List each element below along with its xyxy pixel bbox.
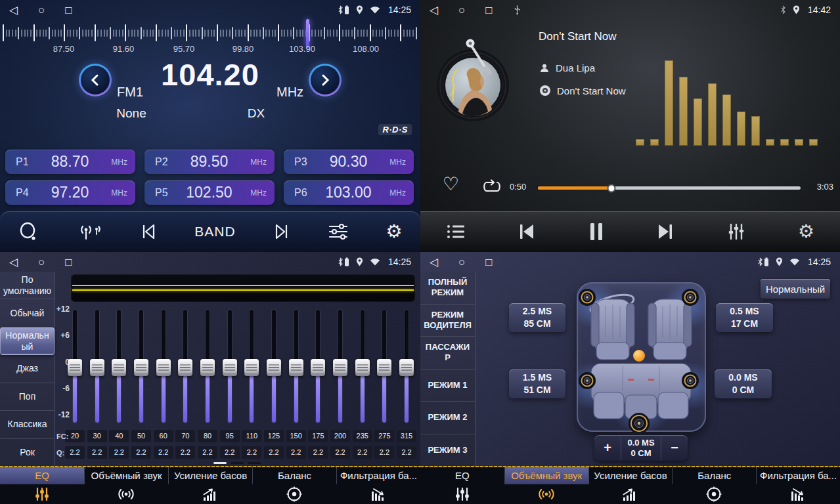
eq-band-q[interactable]: 2.2 — [264, 446, 284, 459]
soundfield-mode-1[interactable]: ПОЛНЫЙ РЕЖИМ — [420, 272, 475, 304]
tab-balance[interactable]: Баланс — [252, 467, 336, 504]
tab-label[interactable]: Объёмный звук — [84, 467, 168, 484]
tab-label[interactable]: Усиление басов — [168, 467, 252, 484]
eq-band-q[interactable]: 2.2 — [308, 446, 328, 459]
subwoofer-delay-decrease-button[interactable]: − — [661, 435, 688, 461]
soundfield-mode-2[interactable]: РЕЖИМ ВОДИТЕЛЯ — [420, 304, 475, 337]
eq-band-q[interactable]: 2.2 — [397, 446, 416, 459]
eq-slider-handle[interactable] — [68, 359, 82, 376]
soundfield-mode-4[interactable]: РЕЖИМ 1 — [420, 369, 475, 402]
eq-band-frequency[interactable]: 30 — [87, 430, 107, 442]
dx-mode-label[interactable]: DX — [248, 106, 265, 121]
tab-label[interactable]: Объёмный звук — [504, 467, 588, 484]
surround-sound-icon[interactable] — [84, 484, 168, 504]
eq-band-frequency[interactable]: 50 — [131, 430, 151, 442]
nav-home-icon[interactable]: ○ — [38, 5, 45, 16]
nav-back-icon[interactable]: ◁ — [430, 257, 438, 268]
audio-settings-button[interactable] — [327, 222, 349, 242]
eq-slider-handle[interactable] — [355, 359, 370, 376]
eq-band-frequency[interactable]: 60 — [154, 430, 173, 442]
nav-recents-icon[interactable]: □ — [485, 5, 492, 16]
favorite-button[interactable]: ♡ — [443, 173, 459, 195]
eq-band-q[interactable]: 2.2 — [87, 446, 107, 459]
balance-icon[interactable] — [252, 484, 336, 504]
tab-label[interactable]: Баланс — [252, 467, 336, 484]
eq-band-frequency[interactable]: 125 — [264, 430, 284, 442]
soundfield-mode-6[interactable]: РЕЖИМ 3 — [420, 434, 475, 467]
surround-sound-icon[interactable] — [504, 484, 588, 504]
eq-band-frequency[interactable]: 150 — [286, 430, 306, 442]
tab-label[interactable]: Усиление басов — [588, 467, 673, 484]
broadcast-button[interactable] — [76, 220, 102, 243]
rear-left-delay-button[interactable]: 1.5 MS 51 CM — [509, 369, 565, 398]
nav-home-icon[interactable]: ○ — [458, 5, 465, 16]
eq-preset-3[interactable]: Нормальный — [0, 327, 55, 355]
tab-filter[interactable]: Фильтрация ба... — [336, 467, 420, 504]
next-track-button[interactable] — [655, 222, 675, 241]
band-button[interactable]: BAND — [194, 224, 235, 240]
settings-button[interactable]: ⚙ — [386, 222, 402, 241]
eq-preset-1[interactable]: По умолчанию — [0, 272, 55, 299]
nav-back-icon[interactable]: ◁ — [9, 257, 18, 268]
eq-slider-handle[interactable] — [200, 359, 215, 376]
soundfield-mode-3[interactable]: ПАССАЖИР — [420, 337, 475, 369]
eq-slider-handle[interactable] — [399, 359, 414, 376]
tab-label[interactable]: Фильтрация ба... — [336, 467, 420, 484]
nav-recents-icon[interactable]: □ — [485, 257, 492, 268]
filter-icon[interactable] — [336, 484, 420, 504]
tab-filter[interactable]: Фильтрация ба... — [756, 467, 840, 504]
eq-band-frequency[interactable]: 315 — [397, 430, 416, 442]
eq-slider-handle[interactable] — [289, 359, 303, 376]
preset-button-p5[interactable]: P5102.50MHz — [144, 180, 275, 205]
eq-band-frequency[interactable]: 110 — [242, 430, 261, 442]
eq-slider-handle[interactable] — [267, 359, 281, 376]
eq-band-frequency[interactable]: 275 — [374, 430, 394, 442]
eq-slider-handle[interactable] — [333, 359, 347, 376]
eq-preset-2[interactable]: Обычай — [0, 299, 55, 327]
eq-slider-handle[interactable] — [223, 359, 237, 376]
eq-band-q[interactable]: 2.2 — [131, 446, 151, 459]
listening-position-marker[interactable] — [633, 350, 645, 362]
eq-band-q[interactable]: 2.2 — [374, 446, 394, 459]
playlist-button[interactable] — [446, 223, 466, 240]
nav-back-icon[interactable]: ◁ — [9, 5, 18, 16]
rear-right-delay-button[interactable]: 0.0 MS 0 CM — [715, 369, 772, 398]
preset-button-p1[interactable]: P188.70MHz — [5, 150, 135, 174]
tab-surround-sound[interactable]: Объёмный звук — [504, 467, 588, 504]
tab-label[interactable]: EQ — [0, 467, 84, 484]
equalizer-button[interactable] — [726, 222, 746, 242]
pause-button[interactable] — [588, 222, 604, 242]
progress-bar[interactable] — [538, 186, 801, 190]
nav-recents-icon[interactable]: □ — [65, 257, 72, 268]
tune-down-button[interactable] — [79, 64, 112, 96]
bass-boost-icon[interactable] — [168, 484, 252, 504]
tab-eq[interactable]: EQ — [420, 467, 504, 504]
settings-button[interactable]: ⚙ — [798, 222, 814, 241]
bass-boost-icon[interactable] — [588, 484, 673, 504]
tab-balance[interactable]: Баланс — [672, 467, 756, 504]
eq-pages-indicator[interactable] — [213, 462, 261, 464]
previous-station-button[interactable] — [139, 222, 158, 242]
preset-button-p6[interactable]: P6103.00MHz — [284, 180, 414, 205]
eq-band-frequency[interactable]: 40 — [109, 430, 129, 442]
eq-band-frequency[interactable]: 80 — [198, 430, 217, 442]
tab-label[interactable]: Баланс — [672, 467, 756, 484]
progress-thumb[interactable] — [608, 184, 616, 192]
eq-band-q[interactable]: 2.2 — [286, 446, 306, 459]
nav-back-icon[interactable]: ◁ — [430, 5, 438, 16]
tab-label[interactable]: EQ — [420, 467, 504, 484]
eq-slider-handle[interactable] — [90, 359, 104, 376]
eq-band-frequency[interactable]: 200 — [330, 430, 350, 442]
nav-home-icon[interactable]: ○ — [38, 257, 45, 268]
album-art[interactable] — [433, 37, 512, 123]
eq-icon[interactable] — [0, 484, 84, 504]
repeat-button[interactable] — [481, 178, 503, 198]
next-station-button[interactable] — [272, 222, 292, 242]
soundfield-mode-5[interactable]: РЕЖИМ 2 — [420, 402, 475, 434]
nav-recents-icon[interactable]: □ — [65, 5, 72, 16]
frequency-dial[interactable]: 87.5091.6095.7099.80103.90108.00 — [0, 22, 420, 54]
eq-band-q[interactable]: 2.2 — [198, 446, 217, 459]
subwoofer-delay-increase-button[interactable]: + — [594, 435, 621, 461]
eq-band-q[interactable]: 2.2 — [353, 446, 372, 459]
nav-home-icon[interactable]: ○ — [458, 257, 465, 268]
